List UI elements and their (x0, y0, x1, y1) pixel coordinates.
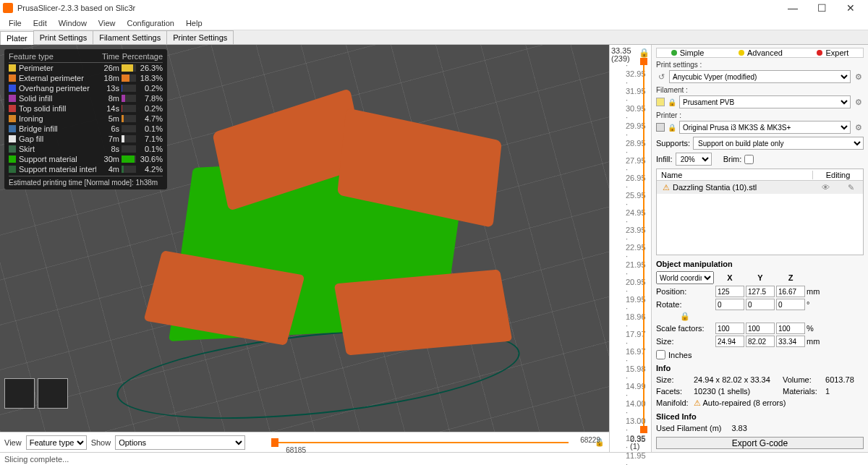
menu-configuration[interactable]: Configuration (121, 17, 179, 29)
3d-viewport[interactable]: Feature type Time Percentage Perimeter 2… (0, 45, 609, 452)
feature-row[interactable]: Skirt 8s 0.1% (9, 144, 163, 154)
feature-row[interactable]: Top solid infill 14s 0.2% (9, 103, 163, 114)
rot-z[interactable] (776, 299, 805, 310)
print-settings-label: Print settings : (656, 61, 864, 69)
minimize-button[interactable]: — (778, 0, 807, 16)
pos-x[interactable] (715, 286, 744, 297)
scale-x[interactable] (715, 323, 744, 334)
menu-file[interactable]: File (3, 17, 27, 29)
slider-handle-top[interactable] (640, 58, 647, 65)
lock-icon[interactable]: 🔒 (656, 312, 714, 321)
feature-row[interactable]: Solid infill 8m 7.8% (9, 93, 163, 103)
lock-icon: 🔒 (668, 98, 676, 106)
tab-filament-settings[interactable]: Filament Settings (93, 30, 167, 44)
eye-icon[interactable]: 👁 (822, 183, 830, 192)
feature-row[interactable]: Gap fill 7m 7.1% (9, 134, 163, 144)
show-select[interactable]: Options (115, 435, 245, 450)
feature-row[interactable]: Bridge infill 6s 0.1% (9, 124, 163, 134)
legend-hdr-type: Feature type (9, 52, 96, 61)
view-select[interactable]: Feature type (26, 435, 87, 450)
tab-print-settings[interactable]: Print Settings (33, 30, 93, 44)
printer-icon (656, 123, 665, 132)
layer-bottom-count: (1) (630, 443, 645, 450)
title-bar: PrusaSlicer-2.3.3 based on Slic3r — ☐ ✕ (0, 0, 868, 16)
gear-icon[interactable]: ⚙ (854, 72, 864, 82)
size-y[interactable] (746, 336, 775, 347)
sliced-title: Sliced Info (656, 412, 864, 421)
filament-select[interactable]: Prusament PVB (679, 95, 851, 108)
pos-z[interactable] (776, 286, 805, 297)
print-settings-select[interactable]: Anycubic Vyper (modified) (669, 70, 851, 83)
feature-swatch (9, 64, 16, 72)
feature-swatch (9, 125, 16, 132)
feature-row[interactable]: Support material interface 4m 4.2% (9, 164, 163, 174)
view-cube-icon[interactable] (4, 378, 35, 409)
pos-y[interactable] (746, 286, 775, 297)
lock-icon: 🔒 (668, 124, 676, 132)
feature-swatch (9, 135, 16, 142)
model-part (334, 270, 513, 356)
feature-swatch (9, 105, 16, 112)
layer-slider[interactable]: 33.35 (239) 🔒 · 32.95· 31.95· 30.95· 29.… (609, 45, 651, 452)
slider-handle-bottom[interactable] (640, 426, 647, 433)
manip-title: Object manipulation (656, 260, 864, 268)
feature-row[interactable]: Overhang perimeter 13s 0.2% (9, 83, 163, 93)
maximize-button[interactable]: ☐ (807, 0, 836, 16)
object-list: Name Editing ⚠Dazzling Stantia (10).stl … (656, 168, 864, 255)
tab-printer-settings[interactable]: Printer Settings (166, 30, 234, 44)
window-title: PrusaSlicer-2.3.3 based on Slic3r (17, 4, 778, 12)
unlock-icon[interactable]: ↺ (656, 72, 666, 82)
size-x[interactable] (715, 336, 744, 347)
horizontal-slider[interactable]: 68229 68185 (271, 442, 569, 443)
filament-label: Filament : (656, 86, 864, 94)
legend-hdr-time: Time (96, 52, 119, 61)
coords-select[interactable]: World coordinates (656, 271, 714, 284)
warning-icon: ⚠ (694, 398, 701, 407)
feature-row[interactable]: Perimeter 26m 26.3% (9, 63, 163, 73)
menu-edit[interactable]: Edit (27, 17, 53, 29)
brim-checkbox[interactable] (744, 155, 754, 164)
scale-y[interactable] (746, 323, 775, 334)
mode-simple[interactable]: Simple (671, 48, 705, 57)
gear-icon[interactable]: ⚙ (854, 123, 864, 132)
mode-advanced[interactable]: Advanced (739, 48, 783, 57)
gear-icon[interactable]: ⚙ (854, 98, 864, 107)
printer-select[interactable]: Original Prusa i3 MK3S & MK3S+ (679, 121, 851, 134)
export-gcode-button[interactable]: Export G-code (656, 437, 864, 449)
mode-expert[interactable]: Expert (817, 48, 848, 57)
edit-icon[interactable]: ✎ (848, 183, 854, 192)
rot-y[interactable] (746, 299, 775, 310)
menu-window[interactable]: Window (53, 17, 93, 29)
infill-label: Infill: (656, 155, 673, 163)
menu-view[interactable]: View (93, 17, 122, 29)
tab-plater[interactable]: Plater (0, 31, 34, 45)
slider-below-value: 68185 (286, 446, 306, 454)
feature-swatch (9, 155, 16, 163)
menu-help[interactable]: Help (180, 17, 208, 29)
feature-row[interactable]: External perimeter 18m 18.3% (9, 73, 163, 83)
slider-handle[interactable] (271, 438, 278, 447)
size-z[interactable] (776, 336, 805, 347)
supports-select[interactable]: Support on build plate only (693, 137, 864, 150)
estimate-text: Estimated printing time [Normal mode]: 1… (9, 176, 163, 187)
inches-checkbox[interactable] (656, 350, 665, 359)
info-grid: Size:24.94 x 82.02 x 33.34 Volume:6013.7… (656, 375, 864, 408)
rot-x[interactable] (715, 299, 744, 310)
filament-color-swatch[interactable] (656, 98, 665, 106)
close-button[interactable]: ✕ (836, 0, 865, 16)
scale-z[interactable] (776, 323, 805, 334)
infill-select[interactable]: 20% (676, 153, 712, 166)
lock-icon[interactable]: 🔒 (639, 48, 650, 58)
object-row[interactable]: ⚠Dazzling Stantia (10).stl 👁✎ (657, 181, 863, 194)
printer-label: Printer : (656, 111, 864, 119)
objlist-hdr-editing: Editing (812, 171, 863, 179)
feature-row[interactable]: Ironing 5m 4.7% (9, 114, 163, 124)
view-label: View (4, 438, 22, 447)
feature-row[interactable]: Support material 30m 30.6% (9, 154, 163, 164)
horizontal-slider-bar: View Feature type Show Options 68229 681… (0, 432, 609, 452)
ruler-tick: · 10.95 (626, 460, 646, 465)
status-bar: Slicing complete... (0, 452, 868, 465)
view-layers-icon[interactable] (38, 378, 68, 409)
main-tabs: Plater Print Settings Filament Settings … (0, 30, 868, 45)
warning-icon: ⚠ (663, 183, 670, 192)
